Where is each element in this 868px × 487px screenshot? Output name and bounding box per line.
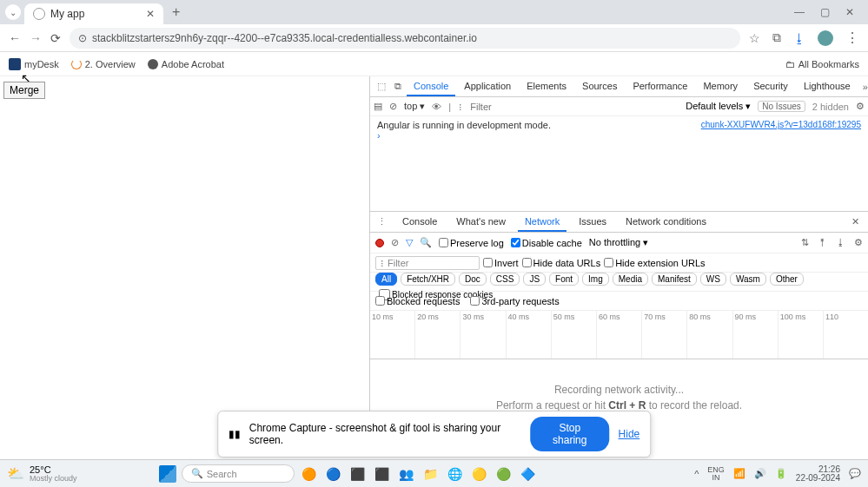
record-button[interactable] bbox=[375, 239, 384, 247]
preserve-log-checkbox[interactable]: Preserve log bbox=[439, 238, 504, 248]
weather-widget[interactable]: ⛅ 25°C Mostly cloudy bbox=[7, 465, 77, 483]
filter-ws[interactable]: WS bbox=[700, 273, 726, 286]
taskbar-search[interactable]: 🔍 Search bbox=[182, 464, 295, 483]
close-tab-icon[interactable]: ✕ bbox=[146, 8, 155, 20]
filter-font[interactable]: Font bbox=[549, 273, 579, 286]
hide-extension-urls-checkbox[interactable]: Hide extension URLs bbox=[604, 258, 705, 268]
url-input[interactable]: ⊙ stackblitzstartersz9nh6y-zqqr--4200--e… bbox=[70, 28, 740, 49]
more-tabs-icon[interactable]: » bbox=[859, 80, 868, 94]
search-network-icon[interactable]: 🔍 bbox=[420, 237, 432, 248]
context-selector[interactable]: top ▾ bbox=[404, 101, 425, 112]
log-levels-select[interactable]: Default levels ▾ bbox=[686, 101, 751, 112]
filter-js[interactable]: JS bbox=[523, 273, 546, 286]
browser-menu-icon[interactable]: ⋮ bbox=[845, 30, 859, 46]
tab-security[interactable]: Security bbox=[746, 77, 795, 96]
taskbar-app-7[interactable]: 🔷 bbox=[519, 464, 538, 484]
drawer-tab-netcond[interactable]: Network conditions bbox=[619, 213, 713, 232]
console-sidebar-icon[interactable]: ▤ bbox=[374, 101, 382, 112]
export-har-icon[interactable]: ⭳ bbox=[836, 237, 845, 248]
maximize-button[interactable]: ▢ bbox=[820, 6, 830, 18]
tab-performance[interactable]: Performance bbox=[626, 77, 694, 96]
volume-icon[interactable]: 🔊 bbox=[754, 468, 766, 479]
merge-button[interactable]: Merge bbox=[3, 82, 45, 99]
drawer-tab-issues[interactable]: Issues bbox=[572, 213, 613, 232]
drawer-tab-network[interactable]: Network bbox=[518, 213, 567, 232]
console-settings-icon[interactable]: ⚙ bbox=[856, 101, 865, 112]
tab-lighthouse[interactable]: Lighthouse bbox=[797, 77, 858, 96]
minimize-button[interactable]: — bbox=[794, 6, 805, 18]
start-button[interactable] bbox=[159, 465, 176, 483]
taskbar-app-1[interactable]: 🟠 bbox=[300, 464, 319, 484]
console-filter-input[interactable] bbox=[470, 102, 540, 112]
taskbar-app-5[interactable]: 🟡 bbox=[470, 464, 489, 484]
drawer-tab-whatsnew[interactable]: What's new bbox=[449, 213, 513, 232]
filter-toggle-icon[interactable]: ▽ bbox=[406, 237, 413, 248]
filter-manifest[interactable]: Manifest bbox=[652, 273, 697, 286]
filter-doc[interactable]: Doc bbox=[459, 273, 487, 286]
filter-all[interactable]: All bbox=[375, 273, 397, 286]
bookmark-overview[interactable]: 2. Overview bbox=[71, 59, 136, 69]
taskbar-app-2[interactable]: 🔵 bbox=[324, 464, 343, 484]
profile-avatar[interactable] bbox=[818, 30, 833, 46]
hide-data-urls-checkbox[interactable]: Hide data URLs bbox=[522, 258, 601, 268]
network-conditions-icon[interactable]: ⇅ bbox=[801, 237, 809, 248]
filter-css[interactable]: CSS bbox=[490, 273, 520, 286]
clear-network-icon[interactable]: ⊘ bbox=[391, 237, 399, 248]
forward-button[interactable]: → bbox=[30, 31, 42, 45]
wifi-icon[interactable]: 📶 bbox=[733, 468, 745, 479]
invert-checkbox[interactable]: Invert bbox=[483, 258, 519, 268]
taskbar-teams[interactable]: 👥 bbox=[397, 464, 416, 484]
drawer-tab-console[interactable]: Console bbox=[395, 213, 444, 232]
network-settings-icon[interactable]: ⚙ bbox=[854, 237, 863, 248]
taskbar-app-3[interactable]: ⬛ bbox=[348, 464, 368, 484]
reload-button[interactable]: ⟳ bbox=[50, 31, 61, 45]
drawer-close-icon[interactable]: ✕ bbox=[846, 216, 865, 227]
tab-sources[interactable]: Sources bbox=[575, 77, 624, 96]
taskbar-app-4[interactable]: ⬛ bbox=[373, 464, 392, 484]
tab-console[interactable]: Console bbox=[407, 77, 455, 96]
back-button[interactable]: ← bbox=[9, 31, 21, 45]
issues-badge[interactable]: No Issues bbox=[758, 101, 805, 112]
drawer-menu-icon[interactable]: ⋮ bbox=[374, 214, 390, 229]
bookmark-adobe[interactable]: Adobe Acrobat bbox=[148, 59, 224, 69]
new-tab-button[interactable]: + bbox=[167, 4, 185, 20]
source-link[interactable]: chunk-XXUFWVR4.js?v=13dd168f:19295 bbox=[701, 120, 861, 129]
taskbar-app-6[interactable]: 🟢 bbox=[494, 464, 514, 484]
blocked-requests-checkbox[interactable]: Blocked requests bbox=[375, 296, 460, 306]
extensions-icon[interactable]: ⧉ bbox=[772, 30, 781, 45]
taskbar-explorer[interactable]: 📁 bbox=[421, 464, 441, 484]
throttling-select[interactable]: No throttling ▾ bbox=[589, 237, 648, 248]
browser-tab[interactable]: My app ✕ bbox=[24, 3, 163, 24]
language-indicator[interactable]: ENGIN bbox=[707, 466, 725, 482]
filter-wasm[interactable]: Wasm bbox=[730, 273, 766, 286]
third-party-checkbox[interactable]: 3rd-party requests bbox=[470, 296, 559, 306]
battery-icon[interactable]: 🔋 bbox=[775, 468, 787, 479]
filter-fetch[interactable]: Fetch/XHR bbox=[401, 273, 455, 286]
live-expression-icon[interactable]: 👁 bbox=[432, 102, 441, 112]
inspect-element-icon[interactable]: ⬚ bbox=[374, 79, 389, 94]
tab-memory[interactable]: Memory bbox=[696, 77, 745, 96]
stop-sharing-button[interactable]: Stop sharing bbox=[530, 417, 610, 451]
bookmark-star-icon[interactable]: ☆ bbox=[749, 31, 760, 45]
device-toggle-icon[interactable]: ⧉ bbox=[391, 79, 405, 94]
taskbar-chrome[interactable]: 🌐 bbox=[446, 464, 465, 484]
network-timeline[interactable]: 10 ms 20 ms 30 ms 40 ms 50 ms 60 ms 70 m… bbox=[370, 311, 868, 359]
import-har-icon[interactable]: ⭱ bbox=[818, 237, 827, 248]
filter-other[interactable]: Other bbox=[770, 273, 804, 286]
clear-console-icon[interactable]: ⊘ bbox=[389, 101, 397, 112]
disable-cache-checkbox[interactable]: Disable cache bbox=[511, 238, 582, 248]
site-info-icon[interactable]: ⊙ bbox=[78, 32, 87, 44]
notifications-icon[interactable]: 💬 bbox=[849, 468, 861, 479]
network-filter-input[interactable]: ⫶ Filter bbox=[375, 256, 480, 270]
downloads-icon[interactable]: ⭳ bbox=[793, 31, 805, 45]
all-bookmarks-button[interactable]: 🗀 All Bookmarks bbox=[785, 59, 859, 69]
tab-application[interactable]: Application bbox=[457, 77, 518, 96]
close-window-button[interactable]: ✕ bbox=[845, 6, 854, 18]
console-prompt[interactable]: › bbox=[377, 130, 861, 141]
filter-img[interactable]: Img bbox=[582, 273, 609, 286]
tray-chevron-icon[interactable]: ^ bbox=[694, 469, 699, 479]
clock[interactable]: 21:2622-09-2024 bbox=[796, 465, 840, 483]
tab-search-dropdown[interactable]: ⌄ bbox=[5, 4, 21, 20]
filter-media[interactable]: Media bbox=[613, 273, 648, 286]
hide-banner-link[interactable]: Hide bbox=[619, 428, 640, 440]
